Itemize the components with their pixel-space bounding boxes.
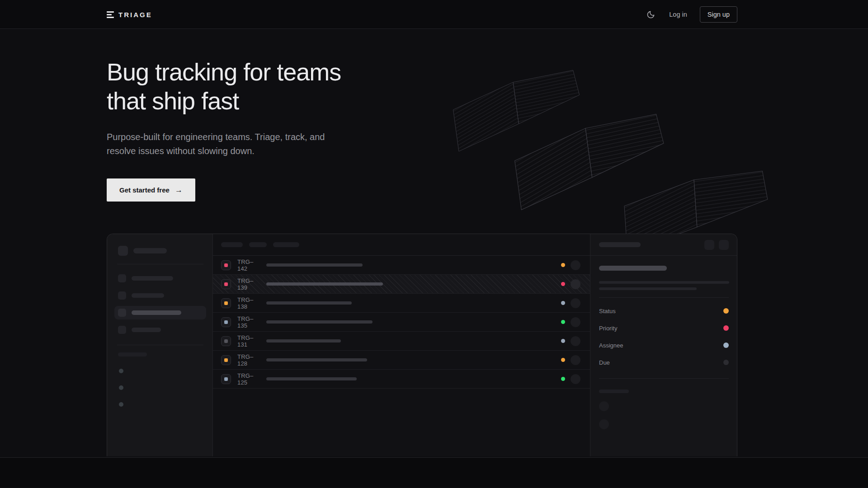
top-nav: TRIAGE Log in Sign up (0, 0, 868, 29)
detail-field-dot (723, 360, 729, 365)
divider (599, 297, 729, 298)
issue-id: TRG–135 (237, 315, 261, 329)
skeleton-tab-pill (273, 242, 299, 247)
issue-id: TRG–142 (237, 258, 261, 272)
issue-id: TRG–131 (237, 334, 261, 348)
skeleton-title-bar (599, 266, 667, 271)
issue-row: TRG–125 (213, 370, 590, 389)
skeleton-issue-title (266, 301, 352, 305)
sidebar-nav-icon (118, 274, 126, 282)
mockup-issue-list: TRG–142 TRG–139 TRG–138 TRG–135 (213, 234, 590, 456)
divider (117, 345, 203, 345)
skeleton-issue-title (266, 282, 383, 286)
issue-id: TRG–128 (237, 353, 261, 367)
detail-action-square (719, 240, 729, 250)
skeleton-issue-title (266, 358, 367, 361)
detail-field-dot (723, 343, 729, 348)
issue-type-icon (221, 374, 231, 384)
arrow-right-icon: → (175, 186, 183, 195)
assignee-avatar (571, 279, 580, 289)
priority-dot (561, 320, 565, 324)
issue-id: TRG–138 (237, 296, 261, 310)
skeleton-bar (132, 276, 173, 281)
detail-field-label: Status (599, 308, 616, 314)
dark-mode-toggle[interactable] (646, 9, 656, 19)
sidebar-brand-icon (118, 246, 128, 256)
priority-dot (561, 377, 565, 381)
skeleton-avatar (599, 419, 609, 429)
detail-field-row: Assignee (599, 337, 729, 354)
app-mockup: TRG–142 TRG–139 TRG–138 TRG–135 (107, 234, 737, 456)
sidebar-nav-icon (118, 326, 126, 334)
issue-list-rows: TRG–142 TRG–139 TRG–138 TRG–135 (213, 256, 590, 389)
issue-type-icon (221, 260, 231, 270)
detail-field-row: Status (599, 302, 729, 319)
mockup-sidebar-nav (118, 272, 203, 337)
priority-dot (561, 282, 565, 286)
get-started-button[interactable]: Get started free → (107, 178, 195, 202)
brand-name: TRIAGE (118, 11, 152, 19)
sidebar-nav-item (114, 323, 206, 337)
sidebar-nav-item (114, 306, 206, 319)
assignee-avatar (571, 336, 580, 346)
issue-row: TRG–138 (213, 294, 590, 313)
skeleton-issue-title (266, 263, 363, 267)
sidebar-nav-item (114, 289, 206, 302)
sidebar-nav-icon (118, 291, 126, 300)
login-link[interactable]: Log in (669, 11, 687, 18)
skeleton-bar (599, 242, 641, 247)
detail-field-label: Due (599, 359, 610, 366)
issue-row: TRG–128 (213, 351, 590, 370)
detail-field-row: Due (599, 354, 729, 371)
divider (599, 378, 729, 379)
skeleton-bar (132, 310, 181, 315)
skeleton-tab-pill (249, 242, 267, 247)
detail-fields: Status Priority Assignee Due (599, 302, 729, 371)
skeleton-issue-title (266, 339, 341, 343)
sidebar-nav-icon (118, 309, 126, 317)
skeleton-issue-title (266, 320, 373, 324)
detail-field-row: Priority (599, 319, 729, 337)
hero-section: Bug tracking for teams that ship fast Pu… (0, 29, 868, 458)
issue-type-icon (221, 355, 231, 365)
skeleton-issue-title (266, 377, 357, 380)
signup-button[interactable]: Sign up (700, 6, 737, 23)
priority-dot (561, 263, 565, 267)
assignee-avatar (571, 355, 580, 365)
triage-bars-icon (107, 11, 114, 18)
hero-heading: Bug tracking for teams that ship fast (107, 29, 737, 115)
issue-id: TRG–125 (237, 372, 261, 386)
mockup-sidebar (107, 234, 213, 456)
skeleton-bar (132, 328, 161, 332)
divider (117, 264, 203, 264)
brand-logo[interactable]: TRIAGE (107, 11, 152, 19)
issue-type-icon (221, 317, 231, 327)
skeleton-avatar (599, 401, 609, 411)
skeleton-dot (119, 369, 123, 373)
detail-field-label: Assignee (599, 342, 623, 349)
priority-dot (561, 301, 565, 305)
page-footer (0, 458, 868, 488)
detail-field-dot (723, 308, 729, 314)
assignee-avatar (571, 298, 580, 308)
detail-header (590, 234, 737, 256)
priority-dot (561, 358, 565, 362)
priority-dot (561, 339, 565, 343)
detail-action-square (704, 240, 714, 250)
issue-row: TRG–135 (213, 313, 590, 332)
moon-icon (646, 10, 655, 19)
issue-row: TRG–142 (213, 256, 590, 275)
issue-type-icon (221, 298, 231, 308)
skeleton-line (599, 287, 697, 290)
issue-type-icon (221, 279, 231, 289)
skeleton-line (599, 281, 729, 284)
skeleton-dot (119, 402, 123, 407)
sidebar-nav-item (114, 272, 206, 285)
issue-type-icon (221, 336, 231, 346)
hero-subtitle: Purpose-built for engineering teams. Tri… (107, 130, 737, 158)
skeleton-tab-pill (221, 242, 243, 247)
issue-row: TRG–139 (213, 275, 590, 294)
detail-field-label: Priority (599, 325, 617, 332)
assignee-avatar (571, 317, 580, 327)
detail-field-dot (723, 325, 729, 331)
